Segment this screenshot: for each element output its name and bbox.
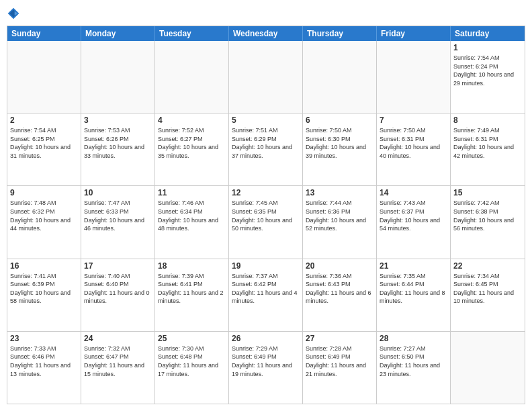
cal-cell: 2Sunrise: 7:54 AM Sunset: 6:25 PM Daylig… [7,113,81,185]
cal-cell: 19Sunrise: 7:37 AM Sunset: 6:42 PM Dayli… [229,259,303,331]
cell-text: Sunrise: 7:53 AM Sunset: 6:26 PM Dayligh… [84,126,152,160]
cell-text: Sunrise: 7:33 AM Sunset: 6:46 PM Dayligh… [10,345,78,378]
cal-cell: 11Sunrise: 7:46 AM Sunset: 6:34 PM Dayli… [155,186,229,258]
day-number: 15 [453,188,522,197]
cal-cell: 28Sunrise: 7:27 AM Sunset: 6:50 PM Dayli… [377,332,451,404]
day-number: 19 [232,261,300,271]
cal-cell: 23Sunrise: 7:33 AM Sunset: 6:46 PM Dayli… [7,332,81,404]
day-number: 14 [380,188,447,197]
cell-text: Sunrise: 7:39 AM Sunset: 6:41 PM Dayligh… [158,272,226,306]
day-number: 10 [84,188,152,197]
cal-cell [229,41,303,113]
cal-header-wednesday: Wednesday [229,26,303,41]
day-number: 20 [306,261,373,271]
cal-cell: 20Sunrise: 7:36 AM Sunset: 6:43 PM Dayli… [303,259,377,331]
day-number: 21 [380,261,447,271]
header [7,7,525,20]
cal-header-sunday: Sunday [7,26,81,41]
cell-text: Sunrise: 7:46 AM Sunset: 6:34 PM Dayligh… [158,199,226,232]
day-number: 8 [453,116,522,125]
cal-row-0: 1Sunrise: 7:54 AM Sunset: 6:24 PM Daylig… [7,41,525,113]
cal-header-friday: Friday [377,26,451,41]
cal-cell: 21Sunrise: 7:35 AM Sunset: 6:44 PM Dayli… [377,259,451,331]
day-number: 4 [158,116,226,125]
cell-text: Sunrise: 7:34 AM Sunset: 6:45 PM Dayligh… [453,272,522,306]
cal-cell: 24Sunrise: 7:32 AM Sunset: 6:47 PM Dayli… [81,332,155,404]
cal-row-1: 2Sunrise: 7:54 AM Sunset: 6:25 PM Daylig… [7,113,525,185]
cell-text: Sunrise: 7:44 AM Sunset: 6:36 PM Dayligh… [306,199,373,232]
day-number: 9 [10,188,78,197]
day-number: 3 [84,116,152,125]
cell-text: Sunrise: 7:37 AM Sunset: 6:42 PM Dayligh… [232,272,300,306]
cal-cell: 14Sunrise: 7:43 AM Sunset: 6:37 PM Dayli… [377,186,451,258]
logo [7,7,23,20]
cell-text: Sunrise: 7:48 AM Sunset: 6:32 PM Dayligh… [10,199,78,232]
cell-text: Sunrise: 7:28 AM Sunset: 6:49 PM Dayligh… [306,345,373,378]
cal-header-saturday: Saturday [451,26,525,41]
day-number: 28 [380,334,447,343]
cal-cell [155,41,229,113]
calendar-header: SundayMondayTuesdayWednesdayThursdayFrid… [7,26,525,41]
day-number: 17 [84,261,152,271]
cal-cell: 10Sunrise: 7:47 AM Sunset: 6:33 PM Dayli… [81,186,155,258]
cal-row-4: 23Sunrise: 7:33 AM Sunset: 6:46 PM Dayli… [7,331,525,404]
cal-cell [81,41,155,113]
day-number: 26 [232,334,300,343]
cal-cell [303,41,377,113]
cal-cell: 16Sunrise: 7:41 AM Sunset: 6:39 PM Dayli… [7,259,81,331]
cell-text: Sunrise: 7:41 AM Sunset: 6:39 PM Dayligh… [10,272,78,306]
cal-row-3: 16Sunrise: 7:41 AM Sunset: 6:39 PM Dayli… [7,259,525,331]
cell-text: Sunrise: 7:36 AM Sunset: 6:43 PM Dayligh… [306,272,373,306]
cell-text: Sunrise: 7:40 AM Sunset: 6:40 PM Dayligh… [84,272,152,306]
cell-text: Sunrise: 7:43 AM Sunset: 6:37 PM Dayligh… [380,199,447,232]
day-number: 1 [453,43,522,52]
cal-cell: 26Sunrise: 7:29 AM Sunset: 6:49 PM Dayli… [229,332,303,404]
cal-cell: 8Sunrise: 7:49 AM Sunset: 6:31 PM Daylig… [451,113,525,185]
cal-cell: 22Sunrise: 7:34 AM Sunset: 6:45 PM Dayli… [451,259,525,331]
cal-cell: 17Sunrise: 7:40 AM Sunset: 6:40 PM Dayli… [81,259,155,331]
day-number: 25 [158,334,226,343]
day-number: 6 [306,116,373,125]
cell-text: Sunrise: 7:51 AM Sunset: 6:29 PM Dayligh… [232,126,300,160]
cal-cell: 9Sunrise: 7:48 AM Sunset: 6:32 PM Daylig… [7,186,81,258]
cal-cell: 25Sunrise: 7:30 AM Sunset: 6:48 PM Dayli… [155,332,229,404]
cal-row-2: 9Sunrise: 7:48 AM Sunset: 6:32 PM Daylig… [7,185,525,258]
cal-cell: 1Sunrise: 7:54 AM Sunset: 6:24 PM Daylig… [451,41,525,113]
cal-header-monday: Monday [81,26,155,41]
cal-header-thursday: Thursday [303,26,377,41]
cell-text: Sunrise: 7:50 AM Sunset: 6:31 PM Dayligh… [380,126,447,160]
cal-cell [451,332,525,404]
cell-text: Sunrise: 7:49 AM Sunset: 6:31 PM Dayligh… [453,126,522,160]
day-number: 7 [380,116,447,125]
cell-text: Sunrise: 7:54 AM Sunset: 6:25 PM Dayligh… [10,126,78,160]
cell-text: Sunrise: 7:32 AM Sunset: 6:47 PM Dayligh… [84,345,152,378]
cell-text: Sunrise: 7:29 AM Sunset: 6:49 PM Dayligh… [232,345,300,378]
cal-cell [7,41,81,113]
cell-text: Sunrise: 7:27 AM Sunset: 6:50 PM Dayligh… [380,345,447,378]
day-number: 13 [306,188,373,197]
cal-header-tuesday: Tuesday [155,26,229,41]
cal-cell: 4Sunrise: 7:52 AM Sunset: 6:27 PM Daylig… [155,113,229,185]
cal-cell: 27Sunrise: 7:28 AM Sunset: 6:49 PM Dayli… [303,332,377,404]
cell-text: Sunrise: 7:30 AM Sunset: 6:48 PM Dayligh… [158,345,226,378]
day-number: 12 [232,188,300,197]
cal-cell: 12Sunrise: 7:45 AM Sunset: 6:35 PM Dayli… [229,186,303,258]
day-number: 27 [306,334,373,343]
cal-cell: 15Sunrise: 7:42 AM Sunset: 6:38 PM Dayli… [451,186,525,258]
day-number: 11 [158,188,226,197]
cell-text: Sunrise: 7:52 AM Sunset: 6:27 PM Dayligh… [158,126,226,160]
day-number: 23 [10,334,78,343]
cell-text: Sunrise: 7:47 AM Sunset: 6:33 PM Dayligh… [84,199,152,232]
cell-text: Sunrise: 7:54 AM Sunset: 6:24 PM Dayligh… [453,54,522,87]
cell-text: Sunrise: 7:42 AM Sunset: 6:38 PM Dayligh… [453,199,522,232]
day-number: 5 [232,116,300,125]
cell-text: Sunrise: 7:45 AM Sunset: 6:35 PM Dayligh… [232,199,300,232]
cal-cell: 18Sunrise: 7:39 AM Sunset: 6:41 PM Dayli… [155,259,229,331]
day-number: 22 [453,261,522,271]
cal-cell: 6Sunrise: 7:50 AM Sunset: 6:30 PM Daylig… [303,113,377,185]
calendar-body: 1Sunrise: 7:54 AM Sunset: 6:24 PM Daylig… [7,41,525,404]
cell-text: Sunrise: 7:50 AM Sunset: 6:30 PM Dayligh… [306,126,373,160]
day-number: 2 [10,116,78,125]
day-number: 16 [10,261,78,271]
cal-cell: 7Sunrise: 7:50 AM Sunset: 6:31 PM Daylig… [377,113,451,185]
